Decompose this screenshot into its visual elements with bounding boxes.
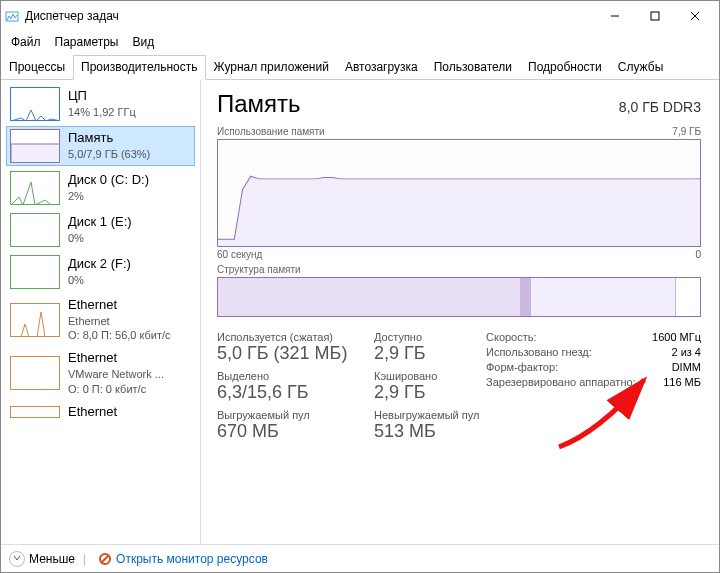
chart-x-right: 0 [695,249,701,260]
stat-speed: 1600 МГц [652,331,701,343]
app-icon [5,8,19,25]
stat-nonpaged: 513 МБ [374,421,486,442]
tab-details[interactable]: Подробности [520,55,610,79]
fewer-details-button[interactable]: Меньше [29,552,75,566]
sidebar-item-ethernet2[interactable]: Ethernet [6,401,195,424]
window-title: Диспетчер задач [21,9,595,23]
open-resmon-link[interactable]: Открыть монитор ресурсов [98,552,268,566]
composition-seg-modified [521,278,532,316]
sidebar-item-disk2[interactable]: Диск 2 (F:)0% [6,252,195,292]
menu-file[interactable]: Файл [5,33,47,51]
disk-thumb [10,255,60,289]
svg-marker-9 [218,176,700,246]
menubar: Файл Параметры Вид [1,31,719,53]
minimize-button[interactable] [595,3,635,29]
memory-chart[interactable] [217,139,701,247]
chart-label: Использование памяти [217,126,325,137]
sidebar-item-disk0[interactable]: Диск 0 (C: D:)2% [6,168,195,208]
stat-committed: 6,3/15,6 ГБ [217,382,354,403]
stat-form: DIMM [672,361,701,373]
stat-paged: 670 МБ [217,421,354,442]
tab-services[interactable]: Службы [610,55,671,79]
menu-options[interactable]: Параметры [49,33,125,51]
stat-in-use: 5,0 ГБ (321 МБ) [217,343,354,364]
tab-startup[interactable]: Автозагрузка [337,55,426,79]
composition-bar[interactable] [217,277,701,317]
memory-spec: 8,0 ГБ DDR3 [619,99,701,115]
sidebar-item-ethernet1[interactable]: EthernetVMware Network ...О: 0 П: 0 кбит… [6,347,195,398]
sidebar[interactable]: ЦП14% 1,92 ГГц Память5,0/7,9 ГБ (63%) Ди… [1,80,201,544]
net-thumb [10,406,60,418]
chart-y-max: 7,9 ГБ [672,126,701,137]
composition-seg-in_use [218,278,521,316]
composition-seg-standby [531,278,676,316]
sidebar-item-disk1[interactable]: Диск 1 (E:)0% [6,210,195,250]
resmon-icon [98,552,112,566]
memory-thumb [10,129,60,163]
fewer-details-icon[interactable] [9,551,25,567]
sidebar-item-cpu[interactable]: ЦП14% 1,92 ГГц [6,84,195,124]
tab-performance[interactable]: Производительность [73,55,205,80]
stat-reserved: 116 МБ [663,376,701,388]
disk-thumb [10,213,60,247]
svg-line-11 [101,555,109,563]
stat-available: 2,9 ГБ [374,343,486,364]
composition-label: Структура памяти [217,264,701,275]
svg-rect-2 [651,12,659,20]
cpu-thumb [10,87,60,121]
footer: Меньше | Открыть монитор ресурсов [1,544,719,572]
page-title: Память [217,90,301,118]
task-manager-window: Диспетчер задач Файл Параметры Вид Проце… [0,0,720,573]
stats-right: Скорость:1600 МГц Использовано гнезд:2 и… [486,331,701,442]
tab-app-history[interactable]: Журнал приложений [206,55,337,79]
sidebar-item-ethernet0[interactable]: EthernetEthernetО: 8,0 П: 56,0 кбит/с [6,294,195,345]
stats-left: Используется (сжатая)5,0 ГБ (321 МБ) Дос… [217,331,486,442]
tab-processes[interactable]: Процессы [1,55,73,79]
net-thumb [10,356,60,390]
svg-rect-5 [11,144,59,162]
maximize-button[interactable] [635,3,675,29]
sidebar-item-memory[interactable]: Память5,0/7,9 ГБ (63%) [6,126,195,166]
stat-cached: 2,9 ГБ [374,382,486,403]
close-button[interactable] [675,3,715,29]
titlebar: Диспетчер задач [1,1,719,31]
tab-users[interactable]: Пользователи [426,55,520,79]
stat-slots: 2 из 4 [671,346,701,358]
chart-x-left: 60 секунд [217,249,262,260]
menu-view[interactable]: Вид [126,33,160,51]
disk-thumb [10,171,60,205]
main-panel: Память 8,0 ГБ DDR3 Использование памяти … [201,80,719,544]
net-thumb [10,303,60,337]
tabbar: Процессы Производительность Журнал прило… [1,55,719,80]
composition-seg-free [676,278,700,316]
